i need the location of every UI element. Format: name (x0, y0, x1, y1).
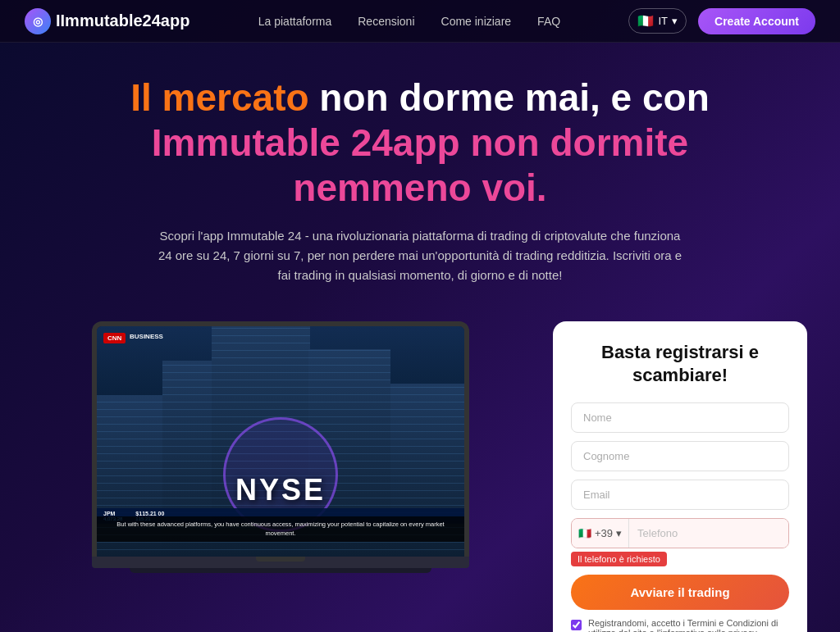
logo-icon: ◎ (25, 8, 51, 34)
language-selector[interactable]: 🇮🇹 IT ▾ (628, 8, 687, 34)
nav-link-come-iniziare[interactable]: Come iniziare (441, 15, 512, 28)
hero-subtext: Scopri l'app Immutable 24 - una rivoluzi… (158, 226, 682, 285)
nav-links: La piattaforma Recensioni Come iniziare … (258, 15, 560, 28)
laptop-base (92, 557, 469, 568)
lang-label: IT (658, 15, 668, 27)
submit-button[interactable]: Avviare il trading (571, 575, 789, 610)
hero-headline: Il mercato non dorme mai, e con Immutabl… (49, 75, 791, 211)
registration-form: Basta registrarsi e scambiare! 🇮🇹 +39 ▾ … (553, 321, 807, 632)
telefono-input[interactable] (629, 519, 788, 548)
nyse-sign: NYSE (235, 473, 326, 507)
cnn-business-label: BUSINESS (130, 333, 163, 340)
brand-logo[interactable]: ◎ IImmutable24app (25, 8, 189, 34)
headline-part1: Il mercato (130, 76, 308, 119)
hero-section: Il mercato non dorme mai, e con Immutabl… (0, 43, 840, 302)
laptop-stand (256, 557, 305, 562)
navbar: ◎ IImmutable24app La piattaforma Recensi… (0, 0, 840, 43)
create-account-button[interactable]: Create Account (698, 8, 815, 34)
cnn-logo: CNN (103, 333, 126, 343)
phone-flag: 🇮🇹 (578, 527, 591, 539)
cognome-input[interactable] (571, 441, 789, 471)
phone-error-badge: Il telefono è richiesto (571, 552, 667, 566)
screen-content: CNN BUSINESS NYSE JPM 4,073.28 $115.21 0… (97, 326, 464, 557)
nyse-text: NYSE (235, 473, 326, 507)
phone-dropdown-icon: ▾ (616, 527, 622, 539)
nav-right: 🇮🇹 IT ▾ Create Account (628, 8, 815, 34)
headline-part3: Immutable 24app non dormite (152, 121, 688, 164)
headline-part4: nemmeno voi. (293, 166, 546, 209)
nav-link-piattaforma[interactable]: La piattaforma (258, 15, 332, 28)
logo-text: IImmutable24app (56, 11, 189, 30)
email-input[interactable] (571, 480, 789, 510)
nav-link-faq[interactable]: FAQ (537, 15, 560, 28)
chevron-down-icon: ▾ (672, 15, 678, 27)
nome-input[interactable] (571, 402, 789, 433)
terms-checkbox[interactable] (571, 620, 582, 630)
video-subtitle: But with these advanced platforms, you h… (97, 516, 464, 542)
phone-prefix[interactable]: 🇮🇹 +39 ▾ (572, 519, 629, 548)
flag-icon: 🇮🇹 (637, 13, 654, 29)
laptop: CNN BUSINESS NYSE JPM 4,073.28 $115.21 0… (92, 321, 469, 569)
headline-part2: non dorme mai, e con (319, 76, 709, 119)
laptop-wrapper: CNN BUSINESS NYSE JPM 4,073.28 $115.21 0… (33, 321, 528, 569)
phone-row: 🇮🇹 +39 ▾ (571, 518, 789, 548)
phone-prefix-code: +39 (595, 527, 613, 539)
terms-row: Registrandomi, accetto i Termini e Condi… (571, 618, 789, 632)
form-title: Basta registrarsi e scambiare! (571, 341, 789, 388)
terms-text: Registrandomi, accetto i Termini e Condi… (588, 618, 789, 632)
laptop-screen: CNN BUSINESS NYSE JPM 4,073.28 $115.21 0… (92, 321, 469, 557)
nav-link-recensioni[interactable]: Recensioni (358, 15, 414, 28)
content-row: CNN BUSINESS NYSE JPM 4,073.28 $115.21 0… (0, 302, 840, 632)
